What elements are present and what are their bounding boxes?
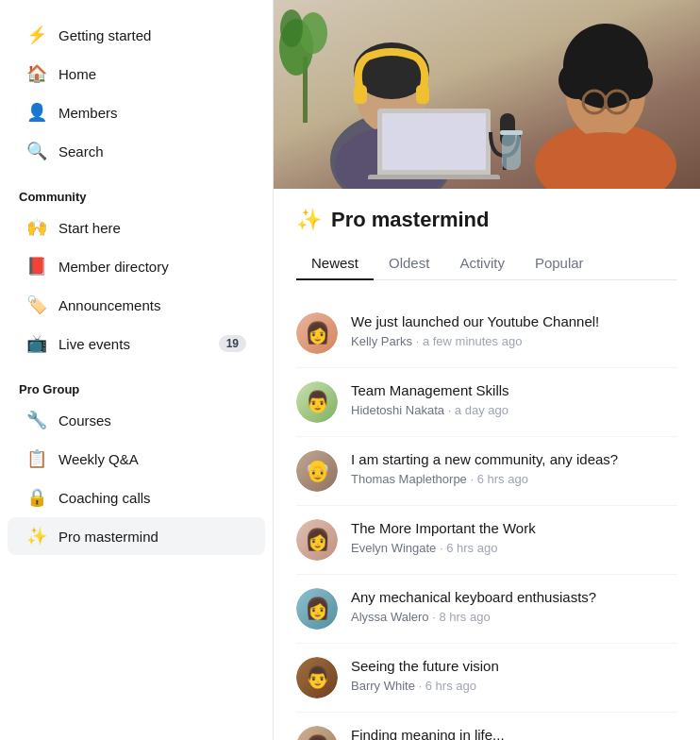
sidebar-item-label: Courses (58, 412, 111, 429)
sidebar-item-announcements[interactable]: 🏷️ Announcements (8, 286, 265, 324)
post-time: 6 hrs ago (425, 679, 476, 693)
post-meta: Kelly Parks · a few minutes ago (351, 334, 677, 348)
svg-point-21 (603, 40, 637, 74)
tab-activity[interactable]: Activity (444, 247, 520, 280)
avatar: 👩 (296, 588, 338, 630)
sidebar-item-label: Search (58, 143, 104, 160)
post-item[interactable]: 👨 Seeing the future vision Barry White ·… (296, 644, 677, 713)
members-icon: 👤 (26, 102, 47, 123)
avatar: 👨 (296, 381, 338, 423)
live-events-badge: 19 (219, 335, 246, 352)
post-list: 👩 We just launched our Youtube Channel! … (296, 299, 677, 740)
avatar: 👩 (296, 312, 338, 354)
lock-icon: 🔒 (26, 487, 47, 508)
sidebar-item-label: Member directory (58, 259, 169, 275)
post-content: Seeing the future vision Barry White · 6… (351, 657, 677, 693)
post-time: 6 hrs ago (477, 472, 528, 486)
post-time: 8 hrs ago (439, 610, 490, 624)
glasses-decoration (492, 127, 530, 175)
group-header: ✨ Pro mastermind (296, 208, 677, 232)
post-meta: Evelyn Wingate · 6 hrs ago (351, 541, 677, 555)
sidebar-item-label: Home (58, 66, 96, 82)
post-title: Any mechanical keyboard enthusiasts? (351, 588, 677, 607)
sidebar-item-courses[interactable]: 🔧 Courses (8, 401, 265, 439)
group-icon: ✨ (296, 208, 322, 232)
avatar: 👴 (296, 450, 338, 492)
sidebar-item-label: Coaching calls (58, 490, 151, 506)
sidebar-item-label: Weekly Q&A (58, 451, 139, 467)
post-meta: Alyssa Walero · 8 hrs ago (351, 610, 677, 624)
post-separator: · (470, 472, 476, 486)
pro-group-section-label: Pro Group (0, 371, 273, 400)
post-time: a day ago (455, 403, 508, 417)
post-time: 6 hrs ago (446, 541, 497, 555)
sidebar-community-nav: 🙌 Start here 📕 Member directory 🏷️ Annou… (0, 208, 273, 363)
sparkle-icon: ✨ (26, 526, 47, 547)
post-title: I am starting a new community, any ideas… (351, 450, 677, 469)
sidebar-top-nav: ⚡ Getting started 🏠 Home 👤 Members 🔍 Sea… (0, 15, 273, 171)
post-author: Evelyn Wingate (351, 541, 436, 555)
sidebar-item-start-here[interactable]: 🙌 Start here (8, 209, 265, 246)
sidebar-item-members[interactable]: 👤 Members (8, 93, 265, 131)
sidebar-item-label: Pro mastermind (58, 529, 158, 545)
tab-bar: Newest Oldest Activity Popular (296, 247, 677, 280)
avatar: 👨 (296, 657, 338, 698)
post-author: Barry White (351, 679, 415, 693)
person2-silhouette (521, 0, 691, 189)
post-author: Kelly Parks (351, 334, 412, 348)
post-title: Seeing the future vision (351, 657, 677, 676)
hero-image (274, 0, 700, 189)
tag-icon: 🏷️ (26, 294, 47, 315)
post-author: Thomas Maplethorpe (351, 472, 467, 486)
sidebar: ⚡ Getting started 🏠 Home 👤 Members 🔍 Sea… (0, 0, 274, 740)
sidebar-item-weekly-qa[interactable]: 📋 Weekly Q&A (8, 440, 265, 478)
content-area: ✨ Pro mastermind Newest Oldest Activity … (274, 189, 700, 740)
post-content: The More Important the Work Evelyn Winga… (351, 519, 677, 555)
sidebar-item-search[interactable]: 🔍 Search (8, 132, 265, 170)
post-item[interactable]: 👩 The More Important the Work Evelyn Win… (296, 506, 677, 575)
sidebar-item-live-events[interactable]: 📺 Live events 19 (8, 325, 265, 362)
post-content: We just launched our Youtube Channel! Ke… (351, 312, 677, 348)
post-item[interactable]: 👴 I am starting a new community, any ide… (296, 437, 677, 506)
post-content: Any mechanical keyboard enthusiasts? Aly… (351, 588, 677, 624)
post-content: I am starting a new community, any ideas… (351, 450, 677, 486)
sidebar-pro-group-nav: 🔧 Courses 📋 Weekly Q&A 🔒 Coaching calls … (0, 400, 273, 556)
avatar: 👩 (296, 519, 338, 561)
tv-icon: 📺 (26, 333, 47, 354)
sidebar-item-home[interactable]: 🏠 Home (8, 55, 265, 92)
svg-rect-27 (500, 130, 523, 135)
sidebar-item-getting-started[interactable]: ⚡ Getting started (8, 16, 265, 54)
post-title: Finding meaning in life... (351, 726, 677, 740)
sidebar-item-pro-mastermind[interactable]: ✨ Pro mastermind (8, 517, 265, 555)
post-title: The More Important the Work (351, 519, 677, 538)
post-separator: · (448, 403, 455, 417)
laptop-decoration (368, 104, 500, 179)
post-time: a few minutes ago (423, 334, 523, 348)
home-icon: 🏠 (26, 63, 47, 84)
sidebar-item-member-directory[interactable]: 📕 Member directory (8, 247, 265, 285)
post-item[interactable]: 👨 Team Management Skills Hidetoshi Nakat… (296, 368, 677, 437)
wrench-icon: 🔧 (26, 410, 47, 430)
svg-rect-12 (368, 175, 500, 179)
sidebar-item-label: Getting started (58, 27, 151, 43)
svg-rect-7 (354, 85, 367, 104)
tab-popular[interactable]: Popular (520, 247, 599, 280)
tab-oldest[interactable]: Oldest (374, 247, 444, 280)
post-title: Team Management Skills (351, 381, 677, 400)
search-icon: 🔍 (26, 141, 47, 161)
post-item[interactable]: 👩 Finding meaning in life... (296, 713, 677, 740)
post-item[interactable]: 👩 We just launched our Youtube Channel! … (296, 299, 677, 368)
svg-point-3 (280, 9, 303, 47)
post-author: Alyssa Walero (351, 610, 429, 624)
book-icon: 📕 (26, 256, 47, 277)
group-title: Pro mastermind (331, 208, 490, 232)
lightning-icon: ⚡ (26, 25, 47, 45)
sidebar-item-label: Live events (58, 336, 130, 352)
post-item[interactable]: 👩 Any mechanical keyboard enthusiasts? A… (296, 575, 677, 644)
sidebar-item-label: Announcements (58, 297, 160, 313)
tab-newest[interactable]: Newest (296, 247, 374, 280)
sidebar-item-coaching-calls[interactable]: 🔒 Coaching calls (8, 479, 265, 516)
post-meta: Barry White · 6 hrs ago (351, 679, 677, 693)
sidebar-item-label: Members (58, 105, 118, 121)
clipboard-icon: 📋 (26, 448, 47, 469)
